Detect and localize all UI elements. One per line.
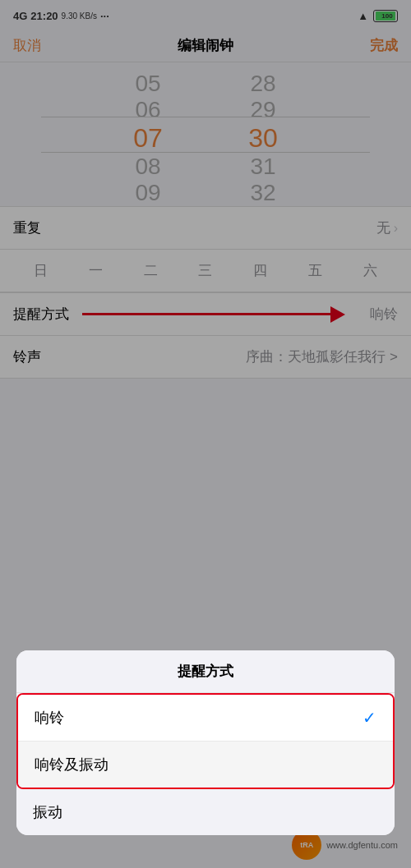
- option-vibrate[interactable]: 振动: [16, 789, 395, 835]
- option-ring-vibrate[interactable]: 响铃及振动: [18, 742, 393, 788]
- option-vibrate-label: 振动: [33, 802, 62, 822]
- modal-options-list: 响铃 ✓ 响铃及振动: [16, 693, 395, 789]
- option-ring-vibrate-label: 响铃及振动: [35, 755, 109, 774]
- option-ring[interactable]: 响铃 ✓: [18, 695, 393, 742]
- modal-sheet: 提醒方式 响铃 ✓ 响铃及振动 振动: [16, 650, 395, 835]
- option-ring-label: 响铃: [35, 708, 64, 728]
- option-ring-check: ✓: [363, 708, 376, 728]
- modal-overlay[interactable]: 提醒方式 响铃 ✓ 响铃及振动 振动: [0, 0, 411, 868]
- modal-title: 提醒方式: [16, 650, 395, 693]
